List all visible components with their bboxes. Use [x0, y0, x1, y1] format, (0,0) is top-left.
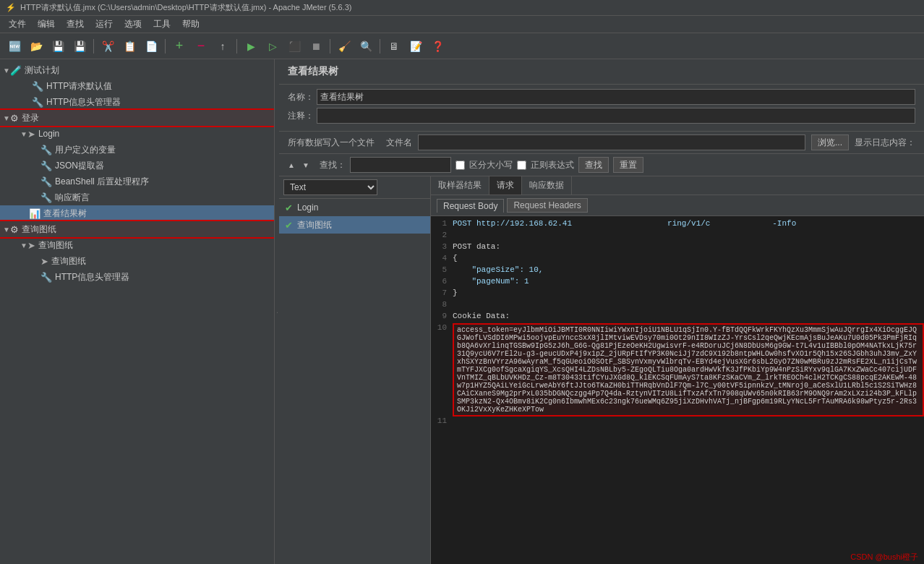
regex-checkbox[interactable]	[517, 161, 526, 170]
toolbar-save[interactable]: 💾	[48, 36, 68, 56]
toolbar-paste[interactable]: 📄	[141, 36, 161, 56]
toolbar-cut[interactable]: ✂️	[98, 36, 118, 56]
tree-item-results-tree[interactable]: 📊 查看结果树	[0, 205, 274, 221]
code-area[interactable]: 1 POST http://192.168.62.41 ring/v1/c -I…	[431, 216, 924, 564]
code-line-2: 2	[431, 231, 924, 242]
tree-item-login-group[interactable]: ▼ ⚙ 登录	[0, 110, 274, 126]
file-row: 所有数据写入一个文件 文件名 浏览... 显示日志内容：	[279, 132, 924, 154]
case-sensitive-checkbox[interactable]	[455, 161, 465, 170]
search-button[interactable]: 查找	[578, 157, 609, 173]
toolbar-new[interactable]: 🆕	[4, 36, 25, 56]
sampler-label-login: Login	[297, 202, 318, 213]
toolbar-remove[interactable]: −	[191, 36, 211, 56]
name-input[interactable]	[317, 89, 915, 105]
tree-item-query-chart-item[interactable]: ➤ 查询图纸	[0, 253, 274, 269]
code-line-1: 1 POST http://192.168.62.41 ring/v1/c -I…	[431, 219, 924, 231]
case-sensitive-label: 区分大小写	[469, 159, 513, 171]
toolbar-help[interactable]: ❓	[427, 36, 448, 56]
tree-item-query-group[interactable]: ▼ ⚙ 查询图纸	[0, 221, 274, 237]
tab-request[interactable]: 请求	[489, 176, 522, 195]
toolbar-move-up[interactable]: ↑	[213, 36, 233, 56]
sub-tab-request-body[interactable]: Request Body	[437, 199, 504, 213]
search-row: ▲ ▼ 查找： 区分大小写 正则表达式 查找 重置	[279, 154, 924, 176]
main-layout: ▼ 🧪 测试计划 🔧 HTTP请求默认值 🔧 HTTP信息头管理器 ▼	[0, 59, 924, 564]
menu-edit[interactable]: 编辑	[32, 17, 61, 32]
regex-label: 正则表达式	[531, 159, 574, 171]
tab-sampler-results[interactable]: 取样器结果	[431, 176, 489, 195]
tree-item-beanshell[interactable]: 🔧 BeanShell 后置处理程序	[0, 174, 274, 189]
title-text: HTTP请求默认值.jmx (C:\Users\admin\Desktop\HT…	[20, 2, 351, 13]
toolbar-open[interactable]: 📂	[26, 36, 46, 56]
sep3	[236, 39, 237, 54]
toolbar-clear[interactable]: 🧹	[334, 36, 354, 56]
code-line-6: 6 "pageNum": 1	[431, 277, 924, 289]
toolbar-remote[interactable]: 🖥	[384, 36, 404, 56]
expand-login-group[interactable]: ▼	[3, 114, 10, 122]
details-panel: 取样器结果 请求 响应数据 Request Body Request Heade…	[431, 176, 924, 564]
toolbar-stop[interactable]: ⬛	[284, 36, 304, 56]
file-label: 文件名	[386, 137, 412, 149]
code-line-3: 3 POST data:	[431, 242, 924, 254]
tree-item-query-chart[interactable]: ▼ ➤ 查询图纸	[0, 237, 274, 253]
tree-item-http-header[interactable]: 🔧 HTTP信息头管理器	[0, 94, 274, 110]
expand-query-group[interactable]: ▼	[3, 226, 10, 234]
note-label: 注释：	[288, 110, 317, 122]
tree-item-http-header2[interactable]: 🔧 HTTP信息头管理器	[0, 269, 274, 285]
sampler-items: ✔ Login ✔ 查询图纸	[279, 199, 430, 564]
code-line-7: 7 }	[431, 289, 924, 300]
sampler-status-icon-login: ✔	[285, 202, 293, 213]
sub-tab-request-headers[interactable]: Request Headers	[507, 198, 587, 213]
code-line-10: 10 access_token=eyJlbmMiOiJBMTI0R0NNIiwi…	[431, 323, 924, 416]
file-section-label: 所有数据写入一个文件	[288, 137, 375, 149]
sep4	[330, 39, 330, 54]
format-dropdown[interactable]: Text JSON XML HTML	[283, 179, 377, 195]
toolbar-save2[interactable]: 💾	[69, 36, 90, 56]
detail-sub-tabs: Request Body Request Headers	[431, 195, 924, 216]
toolbar-template[interactable]: 📝	[406, 36, 426, 56]
sampler-header: Text JSON XML HTML	[279, 176, 430, 199]
expand-test-plan[interactable]: ▼	[3, 67, 10, 74]
tree-item-test-plan[interactable]: ▼ 🧪 测试计划	[0, 62, 274, 78]
sampler-status-icon-query: ✔	[285, 220, 293, 231]
file-path-input[interactable]	[418, 134, 805, 150]
right-panel: 查看结果树 名称： 注释： 所有数据写入一个文件 文件名 浏览... 显示日志内…	[279, 59, 924, 564]
menu-file[interactable]: 文件	[3, 17, 32, 32]
reset-button[interactable]: 重置	[613, 157, 643, 173]
toolbar-add[interactable]: +	[169, 36, 189, 56]
toolbar-copy[interactable]: 📋	[119, 36, 140, 56]
toolbar-search[interactable]: 🔍	[356, 36, 376, 56]
code-line-9: 9 Cookie Data:	[431, 312, 924, 323]
sep2	[165, 39, 166, 54]
form-area: 名称： 注释：	[279, 85, 924, 132]
tree-item-login[interactable]: ▼ ➤ Login	[0, 126, 274, 142]
toolbar-start[interactable]: ▶	[241, 36, 261, 56]
menu-tools[interactable]: 工具	[147, 17, 176, 32]
code-line-8: 8	[431, 300, 924, 312]
tree-view: ▼ 🧪 测试计划 🔧 HTTP请求默认值 🔧 HTTP信息头管理器 ▼	[0, 59, 274, 564]
code-line-11: 11	[431, 416, 924, 428]
results-tree-header: 查看结果树	[279, 59, 924, 85]
browse-button[interactable]: 浏览...	[811, 134, 849, 150]
search-input[interactable]	[350, 157, 451, 173]
sampler-list: Text JSON XML HTML ✔ Login ✔ 查询图纸	[279, 176, 431, 564]
tab-response-data[interactable]: 响应数据	[522, 176, 572, 195]
left-panel: ▼ 🧪 测试计划 🔧 HTTP请求默认值 🔧 HTTP信息头管理器 ▼	[0, 59, 275, 564]
menu-help[interactable]: 帮助	[176, 17, 205, 32]
tree-item-user-vars[interactable]: 🔧 用户定义的变量	[0, 142, 274, 158]
menu-run[interactable]: 运行	[90, 17, 119, 32]
sep1	[93, 39, 94, 54]
toolbar-start-no-pause[interactable]: ▷	[262, 36, 283, 56]
toolbar-shutdown[interactable]: ⏹	[306, 36, 326, 56]
expand-login[interactable]: ▼	[20, 130, 27, 138]
tree-item-json-extractor[interactable]: 🔧 JSON提取器	[0, 158, 274, 174]
sampler-item-login[interactable]: ✔ Login	[279, 199, 430, 216]
sampler-item-query[interactable]: ✔ 查询图纸	[279, 216, 430, 234]
menu-options[interactable]: 选项	[119, 17, 147, 32]
note-input[interactable]	[317, 108, 915, 124]
code-line-5: 5 "pageSize": 10,	[431, 265, 924, 277]
title-icon: ⚡	[6, 3, 16, 12]
tree-item-assert[interactable]: 🔧 响应断言	[0, 189, 274, 205]
expand-query-chart[interactable]: ▼	[20, 242, 27, 249]
menu-find[interactable]: 查找	[61, 17, 90, 32]
tree-item-http-default[interactable]: 🔧 HTTP请求默认值	[0, 78, 274, 94]
